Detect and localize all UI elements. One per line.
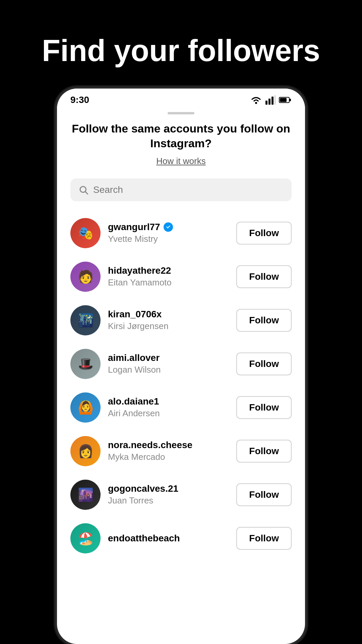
drag-handle: [168, 112, 194, 114]
user-info: kiran_0706xKirsi Jørgensen: [108, 309, 229, 331]
avatar: 🧑: [70, 262, 101, 292]
user-info: gwangurl77Yvette Mistry: [108, 222, 229, 244]
display-name: Kirsi Jørgensen: [108, 321, 229, 331]
svg-rect-4: [275, 95, 276, 105]
svg-rect-2: [268, 99, 270, 105]
search-input[interactable]: [93, 184, 284, 195]
follow-button[interactable]: Follow: [236, 396, 292, 419]
search-icon: [78, 185, 88, 195]
battery-icon: [279, 96, 292, 104]
follow-button[interactable]: Follow: [236, 440, 292, 463]
username: alo.daiane1: [108, 396, 159, 407]
status-icons: [250, 95, 292, 105]
username: aimi.allover: [108, 353, 160, 363]
user-row: 🌆gogoncalves.21Juan TorresFollow: [70, 473, 292, 517]
display-name: Logan Wilson: [108, 365, 229, 375]
follow-button[interactable]: Follow: [236, 265, 292, 288]
svg-point-0: [255, 102, 257, 104]
svg-rect-3: [272, 97, 274, 105]
user-info: endoatthebeach: [108, 533, 229, 544]
user-info: alo.daiane1Airi Andersen: [108, 396, 229, 419]
svg-rect-1: [265, 101, 267, 105]
follow-button[interactable]: Follow: [236, 309, 292, 332]
avatar: 🏖️: [70, 523, 101, 553]
user-row: 🙆alo.daiane1Airi AndersenFollow: [70, 386, 292, 429]
follow-button[interactable]: Follow: [236, 483, 292, 506]
user-info: aimi.alloverLogan Wilson: [108, 353, 229, 375]
user-info: gogoncalves.21Juan Torres: [108, 483, 229, 506]
user-row: 👩nora.needs.cheeseMyka MercadoFollow: [70, 429, 292, 473]
hero-title: Find your followers: [42, 34, 320, 68]
username: gogoncalves.21: [108, 483, 178, 494]
sheet-title: Follow the same accounts you follow on I…: [70, 121, 292, 151]
avatar: 🙆: [70, 392, 101, 423]
display-name: Myka Mercado: [108, 452, 229, 462]
how-it-works-link[interactable]: How it works: [70, 156, 292, 166]
user-info: hidayathere22Eitan Yamamoto: [108, 265, 229, 288]
username: gwangurl77: [108, 222, 160, 232]
status-time: 9:30: [70, 95, 89, 105]
sheet-content: Follow the same accounts you follow on I…: [57, 121, 305, 574]
user-list: 🎭gwangurl77Yvette MistryFollow🧑hidayathe…: [70, 211, 292, 560]
verified-badge: [164, 222, 173, 232]
avatar: 🎭: [70, 218, 101, 248]
user-row: 🎩aimi.alloverLogan WilsonFollow: [70, 342, 292, 386]
follow-button[interactable]: Follow: [236, 353, 292, 375]
avatar: 🎩: [70, 349, 101, 379]
user-row: 🎭gwangurl77Yvette MistryFollow: [70, 211, 292, 255]
user-row: 🧑hidayathere22Eitan YamamotoFollow: [70, 255, 292, 299]
wifi-icon: [250, 95, 262, 105]
svg-rect-6: [280, 98, 287, 102]
status-bar: 9:30: [57, 89, 305, 109]
svg-rect-7: [290, 99, 291, 101]
user-row: 🌃kiran_0706xKirsi JørgensenFollow: [70, 299, 292, 342]
follow-button[interactable]: Follow: [236, 527, 292, 550]
search-bar[interactable]: [70, 178, 292, 201]
user-info: nora.needs.cheeseMyka Mercado: [108, 440, 229, 462]
svg-line-9: [85, 192, 88, 194]
follow-button[interactable]: Follow: [236, 222, 292, 245]
avatar: 🌆: [70, 480, 101, 510]
avatar: 🌃: [70, 305, 101, 335]
display-name: Airi Andersen: [108, 408, 229, 419]
username: endoatthebeach: [108, 533, 180, 544]
username: hidayathere22: [108, 265, 171, 276]
display-name: Juan Torres: [108, 495, 229, 506]
avatar: 👩: [70, 436, 101, 466]
phone-shell: 9:30 F: [57, 89, 305, 644]
username: kiran_0706x: [108, 309, 162, 320]
user-row: 🏖️endoatthebeachFollow: [70, 517, 292, 560]
signal-icon: [265, 95, 276, 105]
display-name: Yvette Mistry: [108, 234, 229, 244]
username: nora.needs.cheese: [108, 440, 192, 450]
display-name: Eitan Yamamoto: [108, 277, 229, 288]
